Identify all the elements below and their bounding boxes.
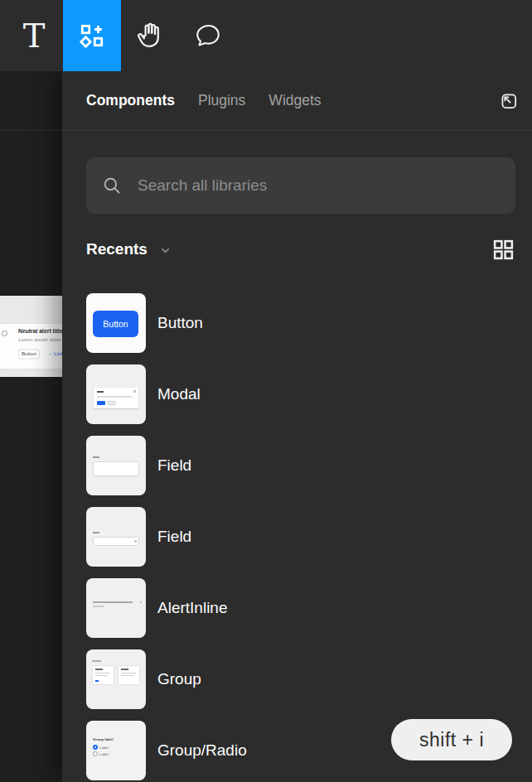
- grid-view-icon: [492, 239, 515, 261]
- recents-title[interactable]: Recents: [86, 240, 148, 258]
- thumbnail-radio-art: Group label Label Label: [93, 736, 129, 757]
- chevron-down-icon[interactable]: [159, 244, 172, 257]
- shortcut-hint-badge: shift + i: [391, 719, 512, 760]
- recents-section-header: Recents: [86, 236, 515, 263]
- list-item-field-2[interactable]: Field: [62, 501, 532, 572]
- component-thumbnail: [86, 364, 146, 424]
- component-label: AlertInline: [157, 599, 228, 617]
- canvas-guide-line: [0, 130, 62, 131]
- radio-off-icon: [93, 751, 98, 756]
- component-thumbnail: [86, 507, 146, 567]
- thumbnail-modal-art: [94, 388, 138, 408]
- radio-on-icon: [93, 745, 98, 750]
- tab-components[interactable]: Components: [86, 92, 175, 109]
- component-thumbnail: [86, 436, 146, 495]
- thumbnail-alert-art: [93, 601, 133, 603]
- component-thumbnail: [86, 649, 146, 709]
- alert-body: Lorem ipsum dolor amet conse: [18, 337, 62, 343]
- component-label: Modal: [157, 385, 201, 403]
- search-input[interactable]: [138, 176, 501, 195]
- list-item-alertinline[interactable]: AlertInline: [62, 572, 532, 644]
- tab-widgets[interactable]: Widgets: [268, 92, 321, 109]
- text-tool-button[interactable]: T: [5, 0, 63, 71]
- component-thumbnail: Button: [86, 293, 146, 353]
- info-icon: [2, 331, 7, 336]
- components-panel: Components Plugins Widgets Recents: [62, 71, 532, 782]
- popout-panel-button[interactable]: [497, 89, 520, 113]
- alert-button: Button: [18, 350, 40, 360]
- popout-icon: [497, 89, 520, 113]
- component-thumbnail: Group label Label Label: [86, 721, 146, 780]
- components-icon: [77, 21, 107, 51]
- list-item-modal[interactable]: Modal: [62, 359, 532, 430]
- alert-actions: Button → Link text: [18, 348, 62, 360]
- canvas-artboard-fragment[interactable]: Neutral alert title Lorem ipsum dolor am…: [0, 296, 62, 377]
- component-label: Field: [157, 528, 191, 546]
- thumbnail-button-art: Button: [93, 311, 138, 337]
- hand-tool-button[interactable]: [121, 0, 179, 71]
- app-window: Neutral alert title Lorem ipsum dolor am…: [0, 0, 532, 782]
- component-list: Button Button Modal Field: [62, 287, 532, 782]
- canvas-alert-component[interactable]: Neutral alert title Lorem ipsum dolor am…: [0, 323, 62, 369]
- tab-plugins[interactable]: Plugins: [198, 92, 245, 109]
- alert-link: → Link text: [47, 351, 62, 357]
- search-bar: [86, 157, 515, 214]
- comment-tool-button[interactable]: [179, 0, 237, 71]
- list-item-group[interactable]: Group: [62, 644, 532, 715]
- canvas[interactable]: Neutral alert title Lorem ipsum dolor am…: [0, 71, 62, 782]
- search-icon: [101, 175, 123, 196]
- panel-tabs: Components Plugins Widgets: [62, 71, 532, 131]
- alert-title: Neutral alert title: [18, 328, 62, 335]
- thumbnail-field-art: [93, 532, 99, 533]
- toolbar: T: [0, 0, 532, 71]
- components-tool-button[interactable]: [63, 0, 121, 71]
- component-thumbnail: [86, 578, 146, 638]
- component-label: Field: [157, 456, 191, 475]
- comment-icon: [193, 21, 223, 51]
- thumbnail-group-art: [92, 660, 101, 662]
- list-item-button[interactable]: Button Button: [62, 287, 532, 359]
- hand-icon: [134, 20, 166, 51]
- component-label: Group/Radio: [157, 741, 247, 760]
- component-label: Button: [157, 314, 203, 332]
- grid-view-button[interactable]: [492, 239, 515, 261]
- list-item-field[interactable]: Field: [62, 430, 532, 501]
- thumbnail-field-art: [93, 456, 99, 458]
- component-label: Group: [157, 670, 201, 688]
- text-tool-icon: T: [23, 19, 46, 52]
